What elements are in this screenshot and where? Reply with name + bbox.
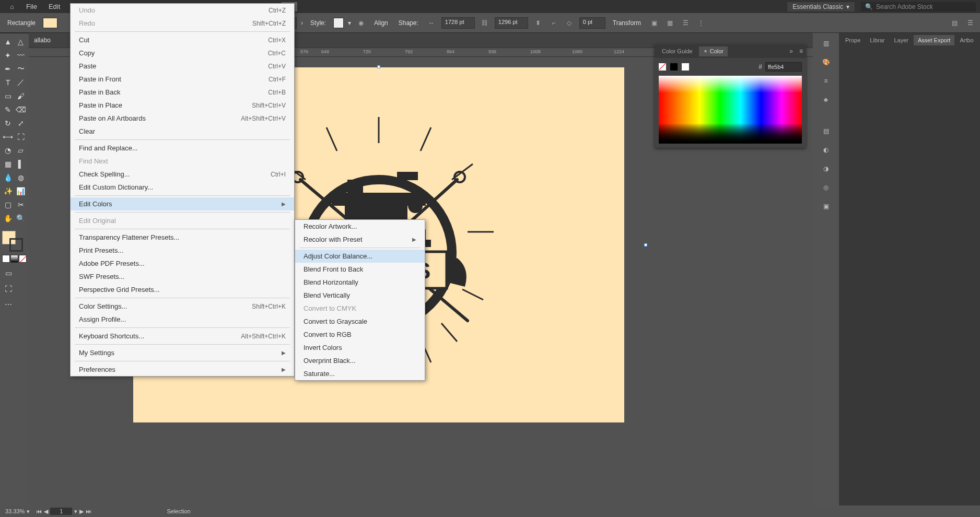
- tab-artboards[interactable]: Artbo: [955, 35, 977, 45]
- curvature-tool[interactable]: 〜: [15, 63, 27, 75]
- menu-item-paste-in-front[interactable]: Paste in FrontCtrl+F: [71, 73, 294, 86]
- artboard-number[interactable]: 1: [50, 508, 72, 515]
- symbols-panel-icon[interactable]: ♣: [818, 91, 834, 108]
- artboard-tool[interactable]: ▢: [2, 198, 14, 211]
- edit-toolbar[interactable]: ⋯: [2, 298, 15, 311]
- height-input[interactable]: 1296 pt: [495, 17, 528, 29]
- menu-item-paste[interactable]: PasteCtrl+V: [71, 60, 294, 73]
- stroke-panel-icon[interactable]: ▤: [818, 123, 834, 139]
- corner-x-icon[interactable]: ⬍: [532, 17, 544, 29]
- selection-handle-top[interactable]: [377, 65, 380, 68]
- menu-item-clear[interactable]: Clear: [71, 125, 294, 138]
- tab-asset-export[interactable]: Asset Export: [914, 35, 954, 45]
- artboard-nav[interactable]: ⏮ ◀ 1 ▾ ▶ ⏭: [36, 508, 91, 515]
- menu-item-recolor-with-preset[interactable]: Recolor with Preset▶: [295, 233, 425, 246]
- blend-tool[interactable]: ◍: [15, 171, 27, 184]
- menu-item-paste-in-back[interactable]: Paste in BackCtrl+B: [71, 86, 294, 99]
- lasso-tool[interactable]: 〰: [15, 49, 27, 62]
- graphic-styles-panel-icon[interactable]: ▣: [818, 198, 834, 215]
- style-swatch[interactable]: [333, 18, 344, 28]
- menu-item-find-and-replace-[interactable]: Find and Replace...: [71, 142, 294, 155]
- tab-properties[interactable]: Prope: [841, 35, 865, 45]
- rotate-tool[interactable]: ↻: [2, 117, 14, 130]
- direct-selection-tool[interactable]: △: [15, 36, 27, 48]
- dock-toggle-icon[interactable]: ▤: [949, 17, 960, 29]
- tab-layers[interactable]: Layer: [890, 35, 913, 45]
- shape-btn-label[interactable]: Shape:: [395, 18, 422, 28]
- fill-swatch[interactable]: [43, 18, 57, 28]
- swatches-panel-icon[interactable]: 🎨: [818, 54, 834, 70]
- align-pixel-icon[interactable]: ▦: [664, 17, 675, 29]
- menu-item-my-settings[interactable]: My Settings▶: [71, 346, 294, 359]
- menu-item-blend-vertically[interactable]: Blend Vertically: [295, 289, 425, 302]
- tab-color-guide[interactable]: Color Guide: [658, 46, 697, 56]
- mesh-tool[interactable]: ▦: [2, 158, 14, 170]
- color-mode-none[interactable]: [19, 255, 27, 263]
- screen-mode[interactable]: ⛶: [2, 283, 15, 295]
- type-tool[interactable]: T: [2, 76, 14, 89]
- menu-item-convert-to-grayscale[interactable]: Convert to Grayscale: [295, 315, 425, 328]
- menu-item-convert-to-rgb[interactable]: Convert to RGB: [295, 328, 425, 341]
- menu-item-edit-colors[interactable]: Edit Colors▶: [71, 197, 294, 210]
- hand-tool[interactable]: ✋: [2, 212, 14, 225]
- hex-input[interactable]: [765, 62, 802, 72]
- menu-item-invert-colors[interactable]: Invert Colors: [295, 341, 425, 354]
- transform-label[interactable]: Transform: [610, 18, 644, 28]
- corner-link-icon[interactable]: ◇: [564, 17, 575, 29]
- color-spectrum[interactable]: [659, 76, 802, 144]
- brushes-panel-icon[interactable]: ≡: [818, 73, 834, 89]
- color-mode-gradient[interactable]: [10, 255, 18, 263]
- menu-item-preferences[interactable]: Preferences▶: [71, 363, 294, 376]
- menu-item-adjust-color-balance-[interactable]: Adjust Color Balance...: [295, 250, 425, 263]
- workspace-switcher[interactable]: Essentials Classic▾: [787, 2, 855, 11]
- menu-item-transparency-flattener-presets-[interactable]: Transparency Flattener Presets...: [71, 231, 294, 244]
- menu-item-saturate-[interactable]: Saturate...: [295, 367, 425, 380]
- next-artboard-icon[interactable]: ▶: [79, 508, 84, 515]
- tab-libraries[interactable]: Librar: [866, 35, 889, 45]
- align-label[interactable]: Align: [371, 18, 391, 28]
- menu-item-color-settings-[interactable]: Color Settings...Shift+Ctrl+K: [71, 300, 294, 313]
- color-none-swatch[interactable]: [659, 63, 666, 70]
- color-mode-solid[interactable]: [2, 255, 10, 263]
- magic-wand-tool[interactable]: ✦: [2, 49, 14, 62]
- home-icon[interactable]: ⌂: [4, 2, 20, 12]
- stroke-color-swatch[interactable]: [9, 238, 23, 252]
- menu-item-perspective-grid-presets-[interactable]: Perspective Grid Presets...: [71, 283, 294, 296]
- menu-item-keyboard-shortcuts-[interactable]: Keyboard Shortcuts...Alt+Shift+Ctrl+K: [71, 330, 294, 343]
- color-panel-icon[interactable]: ▥: [818, 35, 834, 52]
- zoom-tool[interactable]: 🔍: [15, 212, 27, 225]
- layout-icon[interactable]: ☰: [964, 17, 976, 29]
- appearance-panel-icon[interactable]: ◎: [818, 179, 834, 196]
- menu-item-paste-on-all-artboards[interactable]: Paste on All ArtboardsAlt+Shift+Ctrl+V: [71, 112, 294, 125]
- opacity-arrow-icon[interactable]: ›: [301, 19, 303, 27]
- first-artboard-icon[interactable]: ⏮: [36, 508, 42, 514]
- scale-tool[interactable]: ⤢: [15, 117, 27, 130]
- menu-file[interactable]: File: [21, 1, 42, 12]
- fill-stroke-indicator[interactable]: [2, 231, 23, 252]
- menu-edit[interactable]: Edit: [43, 1, 65, 12]
- menu-item-overprint-black-[interactable]: Overprint Black...: [295, 354, 425, 367]
- slice-tool[interactable]: ✂: [15, 198, 27, 211]
- corner-type-icon[interactable]: ⌐: [548, 17, 559, 29]
- transparency-panel-icon[interactable]: ◑: [818, 160, 834, 177]
- menu-item-blend-front-to-back[interactable]: Blend Front to Back: [295, 263, 425, 276]
- style-chevron-icon[interactable]: ▾: [348, 19, 351, 27]
- paintbrush-tool[interactable]: 🖌: [15, 90, 27, 102]
- free-transform-tool[interactable]: ⛶: [15, 131, 27, 143]
- panel-menu-icon[interactable]: ≡: [799, 48, 803, 55]
- isolate-icon[interactable]: ▣: [648, 17, 660, 29]
- selection-tool[interactable]: ▲: [2, 36, 14, 48]
- prev-artboard-icon[interactable]: ◀: [44, 508, 48, 515]
- recolor-icon[interactable]: ◉: [355, 17, 367, 29]
- document-tab[interactable]: allabo: [34, 37, 51, 44]
- link-wh-icon[interactable]: ⛓: [479, 17, 491, 29]
- extra-icon[interactable]: ⋮: [695, 17, 707, 29]
- align-art-icon[interactable]: ☰: [680, 17, 691, 29]
- corner-input[interactable]: 0 pt: [579, 17, 605, 29]
- gradient-panel-icon[interactable]: ◐: [818, 142, 834, 158]
- draw-mode-normal[interactable]: ▭: [2, 267, 15, 279]
- perspective-tool[interactable]: ▱: [15, 144, 27, 157]
- shape-builder-tool[interactable]: ◔: [2, 144, 14, 157]
- search-stock-input[interactable]: 🔍Search Adobe Stock: [861, 2, 976, 11]
- eyedropper-tool[interactable]: 💧: [2, 171, 14, 184]
